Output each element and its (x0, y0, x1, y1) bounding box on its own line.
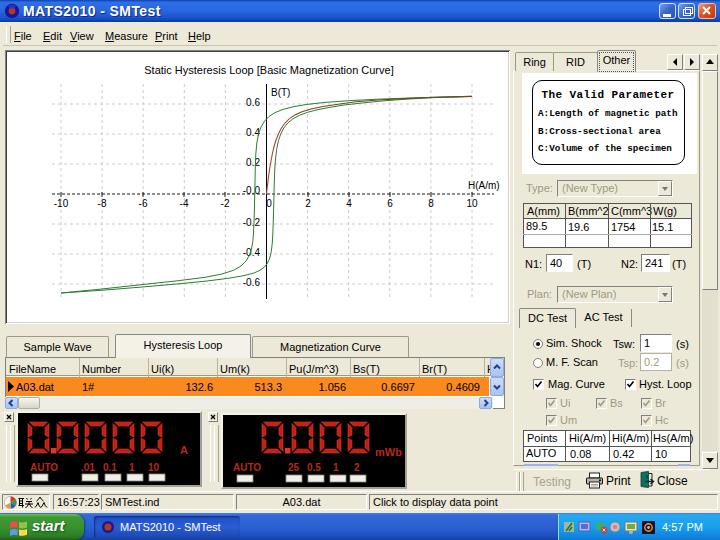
svg-text:10: 10 (466, 198, 478, 209)
svg-text:0.2: 0.2 (246, 157, 260, 168)
svg-text:25: 25 (288, 462, 300, 473)
svg-text:.01: .01 (81, 462, 95, 473)
svg-text:8: 8 (428, 198, 434, 209)
svg-text:0: 0 (266, 198, 272, 209)
svg-text:0.5: 0.5 (307, 462, 321, 473)
svg-text:-0.6: -0.6 (243, 277, 261, 288)
svg-text:0.6: 0.6 (246, 97, 260, 108)
svg-text:0.1: 0.1 (103, 462, 117, 473)
svg-text:-0.0: -0.0 (243, 185, 261, 196)
svg-text:2: 2 (305, 198, 311, 209)
svg-text:B(T): B(T) (271, 87, 290, 98)
svg-text:AUTO: AUTO (30, 462, 58, 473)
svg-text:-10: -10 (54, 198, 69, 209)
svg-text:6: 6 (387, 198, 393, 209)
svg-text:1: 1 (333, 462, 339, 473)
svg-text:-8: -8 (98, 198, 107, 209)
svg-text:Static Hysteresis Loop [Basic: Static Hysteresis Loop [Basic Magnetizat… (144, 64, 393, 76)
svg-text:10: 10 (148, 462, 160, 473)
svg-text:1: 1 (129, 462, 135, 473)
svg-text:-0.2: -0.2 (243, 217, 261, 228)
svg-text:mWb: mWb (375, 446, 402, 458)
svg-text:-6: -6 (139, 198, 148, 209)
svg-text:A: A (180, 444, 188, 456)
svg-text:AUTO: AUTO (233, 462, 261, 473)
svg-text:2: 2 (354, 462, 360, 473)
svg-text:4: 4 (346, 198, 352, 209)
svg-text:H(A/m): H(A/m) (468, 180, 500, 191)
svg-text:-4: -4 (180, 198, 189, 209)
svg-text:-2: -2 (221, 198, 230, 209)
